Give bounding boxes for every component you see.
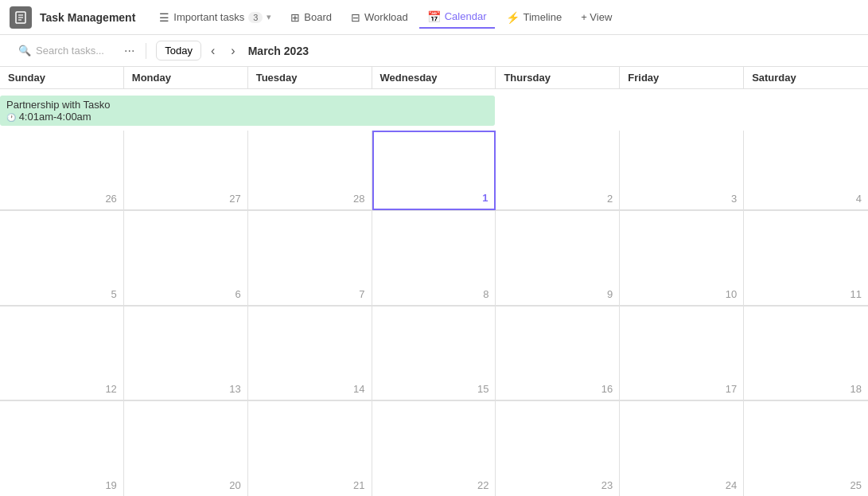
date-w1-tue: 28 (353, 193, 364, 205)
important-tasks-badge: 3 (248, 12, 263, 23)
cell-w2-tue[interactable]: 7 (248, 211, 372, 306)
cell-w4-fri[interactable]: 24 (620, 401, 744, 496)
next-month-button[interactable]: › (224, 41, 241, 61)
workload-icon: ⊟ (351, 11, 360, 24)
cell-w3-wed[interactable]: 15 (372, 307, 496, 401)
day-header-sunday: Sunday (0, 67, 124, 88)
cell-w2-wed[interactable]: 8 (372, 211, 496, 306)
cell-w1-wed[interactable]: 1 (372, 131, 496, 210)
cell-w2-fri[interactable]: 10 (620, 211, 744, 306)
toolbar-separator (146, 43, 146, 59)
cell-w4-thu[interactable]: 23 (496, 401, 620, 496)
cell-w4-sat[interactable]: 25 (744, 401, 868, 496)
cell-w1-thu[interactable]: 2 (496, 131, 620, 210)
toolbar: 🔍 Search tasks... ··· Today ‹ › March 20… (0, 35, 868, 67)
search-box[interactable]: 🔍 Search tasks... (10, 41, 113, 61)
day-header-wednesday: Wednesday (372, 67, 496, 88)
search-icon: 🔍 (18, 45, 31, 57)
board-icon: ⊞ (290, 11, 300, 24)
app-title: Task Management (40, 11, 135, 24)
cell-w3-tue[interactable]: 14 (248, 307, 372, 401)
event-time: 🕐 4:01am-4:00am (6, 111, 488, 123)
cell-w2-sat[interactable]: 11 (744, 211, 868, 306)
more-options-button[interactable]: ··· (119, 41, 139, 61)
app-icon (10, 6, 32, 29)
nav-item-calendar[interactable]: 📅 Calendar (419, 6, 495, 29)
day-header-saturday: Saturday (744, 67, 868, 88)
nav-item-important-tasks[interactable]: ☰ Important tasks 3 ▾ (151, 7, 279, 28)
week-row-2: 5 6 7 8 9 10 11 (0, 211, 868, 307)
calendar: Sunday Monday Tuesday Wednesday Thursday… (0, 67, 868, 496)
timeline-icon: ⚡ (506, 11, 520, 24)
clock-icon: 🕐 (6, 113, 16, 122)
cell-w4-tue[interactable]: 21 (248, 401, 372, 496)
calendar-weeks: Partnership with Tasko 🕐 4:01am-4:00am 2… (0, 89, 868, 496)
add-view-label: + View (581, 11, 612, 23)
cell-w1-fri[interactable]: 3 (620, 131, 744, 210)
cell-w2-sun[interactable]: 5 (0, 211, 124, 306)
list-icon: ☰ (159, 11, 169, 24)
nav-label-calendar: Calendar (445, 10, 487, 22)
cell-w1-sun[interactable]: 26 (0, 131, 124, 210)
search-placeholder: Search tasks... (36, 45, 104, 57)
cell-w2-thu[interactable]: 9 (496, 211, 620, 306)
cell-w4-mon[interactable]: 20 (124, 401, 248, 496)
cell-w3-sun[interactable]: 12 (0, 307, 124, 401)
cell-w4-wed[interactable]: 22 (372, 401, 496, 496)
cell-w1-mon[interactable]: 27 (124, 131, 248, 210)
nav-label-timeline: Timeline (524, 11, 562, 23)
cell-w3-sat[interactable]: 18 (744, 307, 868, 401)
event-bar[interactable]: Partnership with Tasko 🕐 4:01am-4:00am (0, 96, 495, 126)
nav-item-timeline[interactable]: ⚡ Timeline (498, 7, 570, 28)
cell-w1-sat[interactable]: 4 (744, 131, 868, 210)
week-row-3: 12 13 14 15 16 17 18 (0, 307, 868, 402)
calendar-day-headers: Sunday Monday Tuesday Wednesday Thursday… (0, 67, 868, 89)
day-header-friday: Friday (620, 67, 744, 88)
date-w1-mon: 27 (229, 193, 240, 205)
cell-w1-tue[interactable]: 28 (248, 131, 372, 210)
day-header-monday: Monday (124, 67, 248, 88)
nav-item-board[interactable]: ⊞ Board (282, 7, 340, 28)
event-title: Partnership with Tasko (6, 99, 488, 111)
cell-w2-mon[interactable]: 6 (124, 211, 248, 306)
today-button[interactable]: Today (156, 41, 201, 61)
dropdown-arrow-icon: ▾ (267, 12, 271, 22)
day-header-thursday: Thursday (496, 67, 620, 88)
week-row-1: Partnership with Tasko 🕐 4:01am-4:00am 2… (0, 89, 868, 211)
add-view-button[interactable]: + View (573, 7, 620, 27)
month-title: March 2023 (248, 45, 309, 57)
nav-item-workload[interactable]: ⊟ Workload (343, 7, 416, 28)
cell-w3-thu[interactable]: 16 (496, 307, 620, 401)
cell-w3-mon[interactable]: 13 (124, 307, 248, 401)
cell-w3-fri[interactable]: 17 (620, 307, 744, 401)
nav-label-important-tasks: Important tasks (173, 11, 244, 23)
date-nav-controls: Today ‹ › March 2023 (156, 41, 309, 61)
top-nav: Task Management ☰ Important tasks 3 ▾ ⊞ … (0, 0, 868, 35)
date-w1-fri: 3 (731, 193, 737, 205)
prev-month-button[interactable]: ‹ (204, 41, 221, 61)
nav-label-board: Board (304, 11, 332, 23)
nav-label-workload: Workload (364, 11, 408, 23)
day-header-tuesday: Tuesday (248, 67, 372, 88)
date-w1-thu: 2 (607, 193, 613, 205)
calendar-icon: 📅 (427, 10, 441, 23)
date-w1-wed: 1 (482, 192, 488, 204)
date-w1-sat: 4 (856, 193, 862, 205)
week1-cells: 26 27 28 1 2 3 4 (0, 131, 868, 210)
week-row-4: 19 20 21 22 23 24 25 (0, 401, 868, 496)
cell-w4-sun[interactable]: 19 (0, 401, 124, 496)
week1-event-area: Partnership with Tasko 🕐 4:01am-4:00am (0, 89, 868, 131)
date-w1-sun: 26 (105, 193, 116, 205)
